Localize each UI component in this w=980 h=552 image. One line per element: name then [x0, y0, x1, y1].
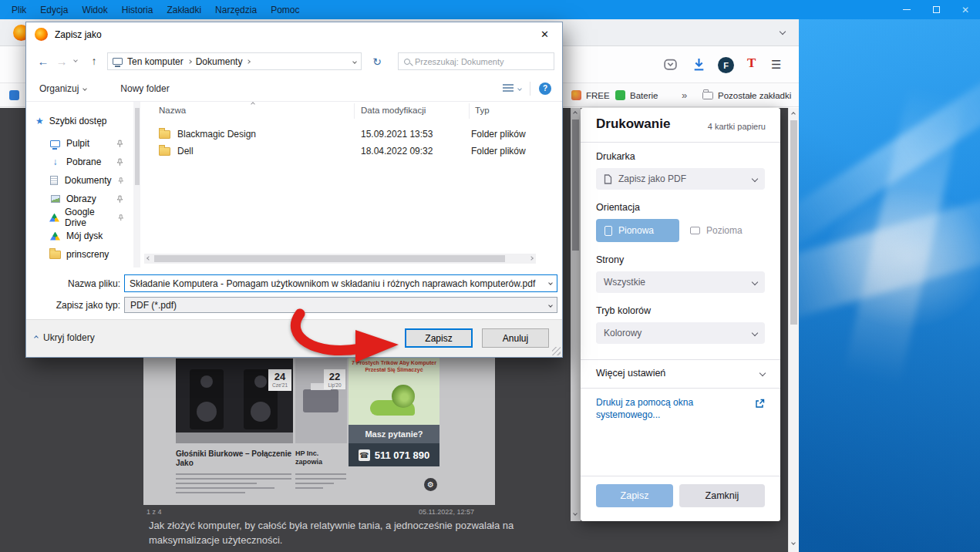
breadcrumb[interactable]: Ten komputer Dokumenty	[107, 52, 362, 70]
address-dropdown-chevron-icon[interactable]	[352, 59, 357, 64]
preview-scrollbar[interactable]	[571, 108, 581, 521]
bookmark-favicon[interactable]	[9, 83, 19, 107]
scroll-up-icon[interactable]	[573, 111, 578, 116]
other-bookmarks-button[interactable]: Pozostałe zakładki	[702, 83, 791, 107]
print-save-button[interactable]: Zapisz	[596, 484, 673, 507]
horizontal-scrollbar[interactable]	[144, 254, 536, 264]
menu-historia[interactable]: Historia	[115, 5, 160, 15]
tab-list-chevron-icon[interactable]	[780, 29, 786, 35]
scrollbar-thumb[interactable]	[790, 120, 797, 325]
hide-folders-button[interactable]: Ukryj foldery	[35, 332, 95, 343]
date-badge: 22 Lip'20	[324, 369, 345, 389]
chevron-down-icon	[752, 330, 758, 336]
menu-plik[interactable]: Plik	[5, 5, 33, 15]
chevron-down-icon	[752, 279, 758, 285]
sidebar-item-dokumenty[interactable]: Dokumenty	[26, 171, 133, 190]
menu-zakladki[interactable]: Zakładki	[160, 5, 208, 15]
orientation-landscape-button[interactable]: Pozioma	[682, 219, 765, 242]
sidebar-item-label: prinscreny	[66, 249, 109, 260]
scrollbar-thumb[interactable]	[154, 255, 505, 262]
file-row[interactable]: Blackmagic Design 15.09.2021 13:53 Folde…	[142, 126, 562, 143]
up-button[interactable]: ↑	[85, 52, 103, 70]
filename-input[interactable]: Składanie Komputera - Pomagam użytkownik…	[124, 274, 557, 292]
close-button[interactable]: ✕	[951, 0, 980, 19]
bookmark-baterie[interactable]: Baterie	[615, 83, 658, 107]
scroll-left-icon[interactable]	[146, 256, 151, 261]
close-icon: ✕	[961, 5, 969, 15]
bookmarks-overflow-button[interactable]: »	[682, 83, 687, 107]
sidebar-items: Pulpit ↓ Pobrane Dokumenty	[26, 134, 133, 264]
sidebar-item-obrazy[interactable]: Obrazy	[26, 190, 133, 208]
breadcrumb-item[interactable]: Ten komputer	[127, 56, 184, 67]
scroll-down-icon[interactable]	[791, 540, 796, 545]
column-header-type[interactable]: Typ	[475, 106, 490, 115]
menu-pomoc[interactable]: Pomoc	[264, 5, 306, 15]
pin-icon	[117, 214, 125, 222]
article-meta-lines	[295, 473, 346, 492]
back-button[interactable]: ←	[34, 52, 52, 70]
sidebar-item-icon: ↓	[49, 157, 61, 167]
cancel-button[interactable]: Anuluj	[482, 328, 549, 348]
new-folder-button[interactable]: Nowy folder	[120, 83, 169, 94]
printer-select[interactable]: Zapisz jako PDF	[596, 168, 765, 190]
scrollbar-thumb[interactable]	[135, 108, 140, 185]
breadcrumb-item[interactable]: Dokumenty	[196, 56, 243, 67]
column-divider[interactable]	[354, 103, 355, 119]
sidebar-ad: 7 Prostych Trików Aby Komputer Przestał …	[349, 357, 439, 466]
browser-scrollbar[interactable]	[788, 108, 799, 552]
orientation-portrait-button[interactable]: Pionowa	[596, 219, 679, 242]
sidebar-item-moj-dysk[interactable]: Mój dysk	[26, 227, 133, 245]
column-divider[interactable]	[469, 103, 470, 119]
quick-access-header[interactable]: ★ Szybki dostęp	[35, 116, 106, 126]
help-button[interactable]: ?	[539, 82, 551, 95]
filetype-label: Zapisz jako typ:	[26, 300, 120, 311]
combo-dropdown-icon[interactable]	[548, 281, 553, 285]
sidebar-item-pulpit[interactable]: Pulpit	[26, 134, 133, 153]
refresh-button[interactable]: ↻	[368, 52, 386, 70]
print-footer-page-number: 1 z 4	[146, 508, 162, 516]
account-avatar[interactable]: F	[718, 57, 734, 73]
pages-select[interactable]: Wszystkie	[596, 271, 765, 293]
bookmark-free[interactable]: FREE	[571, 83, 610, 107]
search-box[interactable]: Przeszukaj: Dokumenty	[398, 52, 554, 70]
sidebar-scrollbar[interactable]	[133, 102, 140, 268]
scrollbar-thumb[interactable]	[572, 119, 579, 251]
extension-t-icon[interactable]: T	[747, 56, 756, 71]
print-close-button[interactable]: Zamknij	[679, 484, 765, 507]
column-header-name[interactable]: Nazwa	[159, 106, 186, 115]
more-settings-toggle[interactable]: Więcej ustawień	[596, 368, 765, 379]
column-header-modified[interactable]: Data modyfikacji	[361, 106, 426, 115]
dialog-close-button[interactable]: ✕	[527, 22, 562, 45]
system-print-dialog-link[interactable]: Drukuj za pomocą okna systemowego...	[596, 396, 733, 421]
resize-grip[interactable]	[552, 347, 561, 355]
recent-locations-chevron-icon[interactable]	[73, 58, 78, 62]
menu-narzedzia[interactable]: Narzędzia	[208, 5, 264, 15]
sidebar-item-prinscreny[interactable]: prinscreny	[26, 245, 133, 264]
scroll-down-icon[interactable]	[573, 511, 578, 516]
minimize-button[interactable]	[892, 0, 921, 19]
file-row[interactable]: Dell 18.04.2022 09:32 Folder plików	[142, 143, 562, 160]
pocket-icon[interactable]	[663, 57, 678, 72]
organize-button[interactable]: Organizuj	[39, 83, 86, 94]
maximize-icon	[933, 6, 940, 13]
color-mode-select[interactable]: Kolorowy	[596, 322, 765, 344]
download-icon[interactable]	[692, 57, 706, 72]
forward-button[interactable]: →	[52, 52, 71, 70]
menu-icon[interactable]: ☰	[771, 58, 781, 72]
save-button[interactable]: Zapisz	[405, 328, 473, 348]
menu-widok[interactable]: Widok	[75, 5, 114, 15]
badge-day: 22	[324, 371, 345, 382]
sidebar-item-google-drive[interactable]: Google Drive	[26, 208, 133, 227]
scroll-up-icon[interactable]	[791, 112, 796, 116]
combo-dropdown-icon[interactable]	[548, 303, 553, 308]
divider	[530, 82, 530, 96]
menu-edycja[interactable]: Edycja	[33, 5, 75, 15]
folder-icon	[702, 92, 713, 99]
maximize-button[interactable]	[921, 0, 951, 19]
sidebar-item-pobrane[interactable]: ↓ Pobrane	[26, 153, 133, 171]
view-mode-button[interactable]	[503, 84, 521, 93]
file-type: Folder plików	[471, 146, 526, 157]
scroll-right-icon[interactable]	[529, 256, 534, 261]
other-bookmarks-label: Pozostałe zakładki	[718, 91, 791, 100]
search-placeholder: Przeszukaj: Dokumenty	[415, 57, 504, 66]
